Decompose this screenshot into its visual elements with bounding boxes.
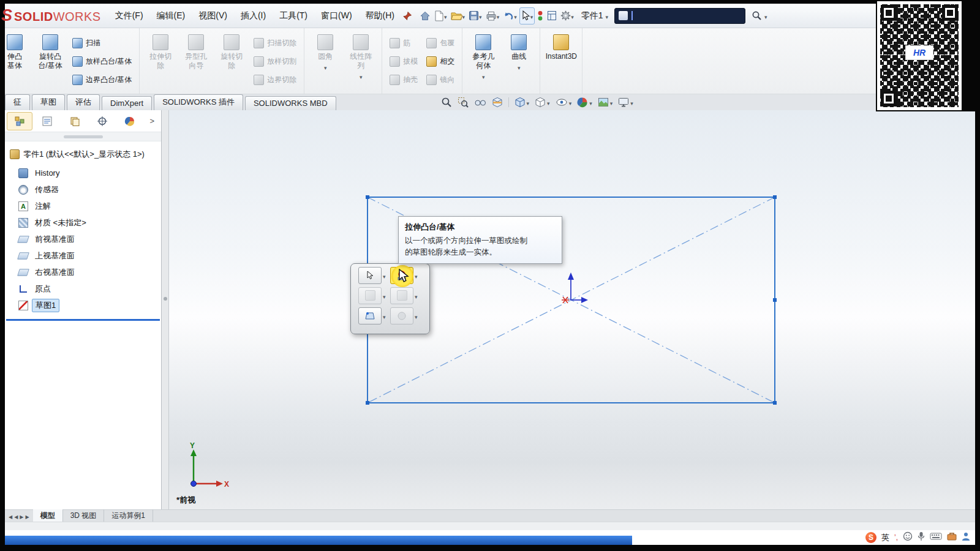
loft-cut-button[interactable]: 放样切割 xyxy=(252,53,298,70)
tab-sketch[interactable]: 草图 xyxy=(32,94,65,110)
configuration-manager-tab[interactable] xyxy=(62,112,88,130)
view-settings-icon[interactable] xyxy=(618,97,633,108)
edit-appearance-icon[interactable] xyxy=(577,97,592,108)
display-manager-tab[interactable] xyxy=(117,112,143,130)
hole-wizard-button[interactable]: 异型孔 向导 xyxy=(178,30,214,93)
tree-root-item[interactable]: 零件1 (默认<<默认>_显示状态 1>) xyxy=(5,141,161,165)
menu-window[interactable]: 窗口(W) xyxy=(314,7,359,24)
tree-item-sensors[interactable]: 传感器 xyxy=(5,181,161,198)
context-extrude-dropdown[interactable] xyxy=(415,270,422,281)
intersect-button[interactable]: 相交 xyxy=(424,53,456,70)
dimxpert-manager-tab[interactable] xyxy=(89,112,115,130)
menu-view[interactable]: 视图(V) xyxy=(192,7,234,24)
tab-model[interactable]: 模型 xyxy=(33,509,63,522)
menu-tools[interactable]: 工具(T) xyxy=(273,7,314,24)
context-cut-dropdown[interactable] xyxy=(383,290,390,301)
hide-show-items-icon[interactable] xyxy=(556,97,572,108)
wrap-button[interactable]: 包覆 xyxy=(424,34,456,52)
context-select-dropdown[interactable] xyxy=(383,270,390,281)
feature-manager-tab[interactable] xyxy=(7,112,32,130)
ime-language-indicator[interactable]: 英 xyxy=(881,532,889,543)
view-orientation-icon[interactable] xyxy=(514,97,530,108)
shell-button[interactable]: 抽壳 xyxy=(388,71,420,89)
instant3d-button[interactable]: Instant3D xyxy=(543,30,579,93)
revolve-cut-button[interactable]: 旋转切 除 xyxy=(214,30,249,93)
tree-item-sketch1[interactable]: 草图1 xyxy=(5,297,161,313)
tab-addins[interactable]: SOLIDWORKS 插件 xyxy=(154,94,243,110)
display-style-icon[interactable] xyxy=(535,97,550,108)
previous-view-icon[interactable] xyxy=(474,97,486,107)
tab-mbd[interactable]: SOLIDWORKS MBD xyxy=(245,96,336,110)
boundary-boss-button[interactable]: 边界凸台/基体 xyxy=(70,71,134,89)
ime-microphone-icon[interactable] xyxy=(918,531,925,544)
tab-motion-study[interactable]: 运动算例1 xyxy=(104,509,153,522)
reference-geometry-button[interactable]: 参考几 何体 xyxy=(466,30,501,93)
tree-item-top-plane[interactable]: 上视基准面 xyxy=(5,247,161,264)
tree-item-annotations[interactable]: 注解 xyxy=(5,198,161,214)
pin-menu-icon[interactable] xyxy=(401,7,413,24)
menu-edit[interactable]: 编辑(E) xyxy=(150,7,192,24)
boundary-cut-button[interactable]: 边界切除 xyxy=(252,71,298,89)
tab-scroll-buttons[interactable] xyxy=(5,512,33,520)
zoom-fit-icon[interactable] xyxy=(441,97,452,108)
zoom-area-icon[interactable] xyxy=(458,97,469,108)
apply-scene-icon[interactable] xyxy=(598,97,613,108)
tab-3d-views[interactable]: 3D 视图 xyxy=(63,509,105,522)
new-document-button[interactable] xyxy=(433,7,448,24)
menu-help[interactable]: 帮助(H) xyxy=(359,7,401,24)
panel-splitter[interactable] xyxy=(162,110,169,509)
property-manager-tab[interactable] xyxy=(34,112,60,130)
open-button[interactable] xyxy=(450,7,467,24)
sweep-button[interactable]: 扫描 xyxy=(70,34,134,52)
ime-smiley-icon[interactable] xyxy=(903,531,913,544)
context-revolve-dropdown[interactable] xyxy=(415,290,422,301)
sogou-ime-icon[interactable] xyxy=(865,532,876,543)
tab-scroll-right-icon[interactable] xyxy=(20,512,23,520)
report-button[interactable] xyxy=(546,7,558,24)
context-extrude-cut-tool[interactable] xyxy=(358,287,382,304)
search-magnifier-icon[interactable] xyxy=(750,7,763,24)
fillet-button[interactable]: 圆角 xyxy=(307,30,343,93)
curves-button[interactable]: 曲线 xyxy=(501,30,537,93)
tray-person-icon[interactable] xyxy=(962,532,970,544)
tab-evaluate[interactable]: 评估 xyxy=(67,94,100,110)
extrude-boss-button[interactable]: 伸凸 基体 xyxy=(5,30,32,93)
rollback-bar[interactable] xyxy=(6,319,160,321)
extrude-cut-button[interactable]: 拉伸切 除 xyxy=(143,30,178,93)
panel-expand-chevron[interactable] xyxy=(149,116,159,126)
menu-file[interactable]: 文件(F) xyxy=(108,7,150,24)
context-appearance-tool[interactable] xyxy=(390,307,413,324)
context-select-tool[interactable] xyxy=(358,267,382,284)
home-button[interactable] xyxy=(418,7,432,24)
document-selector[interactable]: 零件1 xyxy=(581,10,608,21)
context-refgeo-dropdown[interactable] xyxy=(383,310,390,321)
draft-button[interactable]: 拔模 xyxy=(388,53,420,70)
search-options-dropdown[interactable] xyxy=(764,10,767,21)
undo-button[interactable] xyxy=(502,7,518,24)
context-reference-geometry-tool[interactable] xyxy=(358,307,382,324)
select-tool-button[interactable] xyxy=(519,7,535,24)
tab-dimxpert[interactable]: DimXpert xyxy=(102,96,152,110)
splitter-grip[interactable] xyxy=(164,297,167,301)
tab-features[interactable]: 征 xyxy=(5,94,30,110)
save-button[interactable] xyxy=(467,7,483,24)
ime-keyboard-icon[interactable] xyxy=(930,532,942,543)
sweep-cut-button[interactable]: 扫描切除 xyxy=(252,34,298,52)
linear-pattern-button[interactable]: 线性阵 列 xyxy=(343,30,379,93)
ime-punctuation-indicator[interactable]: ’, xyxy=(894,533,898,542)
tab-scroll-last-icon[interactable] xyxy=(25,512,29,520)
loft-button[interactable]: 放样凸台/基体 xyxy=(70,53,134,70)
panel-scroll-strip[interactable] xyxy=(5,132,161,141)
mirror-button[interactable]: 镜向 xyxy=(424,71,456,89)
revolve-boss-button[interactable]: 旋转凸 台/基体 xyxy=(32,30,68,93)
tree-item-front-plane[interactable]: 前视基准面 xyxy=(5,231,161,247)
context-appearance-dropdown[interactable] xyxy=(415,310,422,321)
ime-toolbox-icon[interactable] xyxy=(947,532,957,543)
search-input[interactable] xyxy=(614,8,745,24)
tree-item-origin[interactable]: 原点 xyxy=(5,280,161,297)
graphics-area[interactable]: Y X *前视 拉伸凸台/基体 以一个或两个方向拉伸一草图或绘制 的草图轮廓来生… xyxy=(169,110,975,509)
tree-item-history[interactable]: History xyxy=(5,165,161,181)
context-revolve-tool[interactable] xyxy=(390,287,413,304)
tree-item-right-plane[interactable]: 右视基准面 xyxy=(5,264,161,280)
options-gear-button[interactable] xyxy=(559,7,575,24)
